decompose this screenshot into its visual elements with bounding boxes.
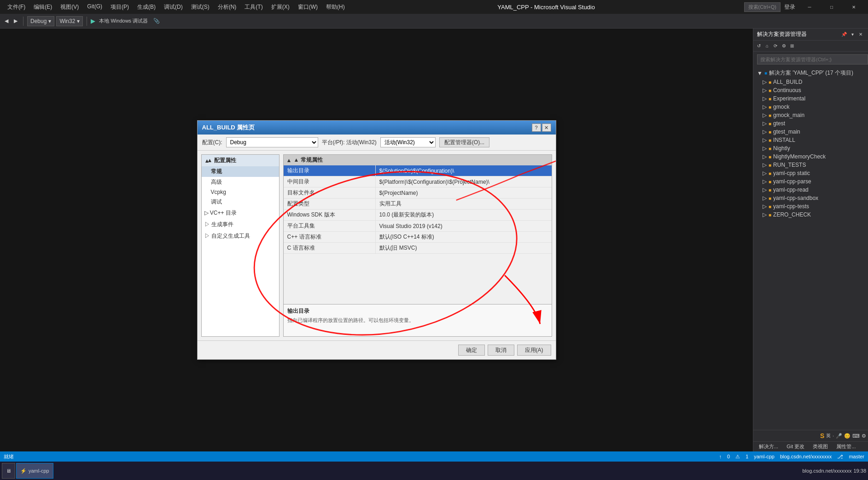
project-yaml-cpp-tests[interactable]: ▷ ■ yaml-cpp-tests [753,202,868,211]
run-button[interactable]: 本地 Windows 调试器 [97,17,150,25]
ime-settings-icon[interactable]: ⚙ [862,433,866,439]
prop-row-platform-toolset[interactable]: 平台工具集 Visual Studio 2019 (v142) [284,221,552,232]
panel-menu-icon[interactable]: ▾ [849,31,856,38]
solution-arrow: ▼ [757,70,763,76]
login-button[interactable]: 登录 [784,3,795,11]
project-gtest[interactable]: ▷ ■ gtest [753,119,868,128]
project-run-tests[interactable]: ▷ ■ RUN_TESTS [753,161,868,169]
tree-item-general[interactable]: 常规 [202,166,279,177]
config-props-label: ▲ 配置属性 [207,157,236,164]
menu-tools[interactable]: 工具(T) [241,2,266,12]
prop-row-target-name[interactable]: 目标文件名 $(ProjectName) [284,187,552,199]
project-zero-check[interactable]: ▷ ■ ZERO_CHECK [753,211,868,219]
dialog-title-buttons: ? ✕ [532,123,551,132]
tree-item-vc-dirs[interactable]: ▷ VC++ 目录 [202,207,279,219]
config-select[interactable]: Debug Release [226,137,318,147]
taskbar-vs-icon: ⚡ [20,468,27,474]
project-gmock-main[interactable]: ▷ ■ gmock_main [753,111,868,119]
app-title: YAML_CPP - Microsoft Visual Studio [497,4,595,11]
tree-item-vcpkg[interactable]: Vcpkg [202,187,279,197]
home-icon[interactable]: ⌂ [763,42,771,50]
menu-view[interactable]: 视图(V) [57,2,82,12]
props-section-label: ▲ 常规属性 [293,156,322,164]
project-yaml-cpp-parse[interactable]: ▷ ■ yaml-cpp-parse [753,177,868,186]
cancel-button[interactable]: 取消 [488,345,514,356]
project-nightly[interactable]: ▷ ■ Nightly [753,144,868,152]
project-icon-8: ■ [769,138,771,143]
panel-close-icon[interactable]: ✕ [857,31,864,38]
bottom-tab-solution[interactable]: 解决方... [755,442,782,451]
project-continuous[interactable]: ▷ ■ Continuous [753,86,868,94]
ime-keyboard-icon[interactable]: ⌨ [852,433,860,439]
menu-debug[interactable]: 调试(D) [160,2,186,12]
bottom-tab-git[interactable]: Git 更改 [783,442,808,451]
prop-name-config-type: 配置类型 [284,199,376,209]
ok-button[interactable]: 确定 [458,345,485,356]
prop-row-cpp-standard[interactable]: C++ 语言标准 默认(ISO C++14 标准) [284,232,552,243]
menu-project[interactable]: 项目(P) [107,2,133,12]
close-button[interactable]: ✕ [843,0,864,14]
settings-icon[interactable]: ⚙ [780,42,787,50]
dialog-close-button[interactable]: ✕ [542,123,551,132]
platform-dropdown[interactable]: Win32 ▾ [56,16,83,26]
menu-file[interactable]: 文件(F) [4,2,29,12]
ime-emoji-icon[interactable]: 😊 [844,433,851,439]
project-yaml-cpp-read[interactable]: ▷ ■ yaml-cpp-read [753,186,868,194]
forward-button[interactable]: ▶ [12,17,19,25]
toolbar: ◀ ▶ Debug ▾ Win32 ▾ ▶ 本地 Windows 调试器 📎 [0,14,868,29]
project-yaml-cpp-static[interactable]: ▷ ■ yaml-cpp static [753,169,868,177]
title-bar-right: 搜索(Ctrl+Q) 登录 ─ □ ✕ [744,0,864,14]
apply-button[interactable]: 应用(A) [517,345,551,356]
refresh-icon[interactable]: ⟳ [772,42,779,50]
prop-row-config-type[interactable]: 配置类型 实用工具 [284,199,552,210]
solution-root-item[interactable]: ▼ ■ 解决方案 'YAML_CPP' (17 个项目) [753,68,868,78]
tree-item-debug[interactable]: 调试 [202,197,279,207]
project-arrow-7: ▷ [763,129,767,135]
solution-tree: ▼ ■ 解决方案 'YAML_CPP' (17 个项目) ▷ ■ ALL_BUI… [753,67,868,430]
prop-row-intermediate-dir[interactable]: 中间目录 $(Platform)\$(Configuration)\$(Proj… [284,176,552,187]
ime-icon[interactable]: S [820,432,824,439]
maximize-button[interactable]: □ [821,0,842,14]
bottom-tab-class[interactable]: 类视图 [809,442,832,451]
project-nightly-mem[interactable]: ▷ ■ NightlyMemoryCheck [753,152,868,161]
tree-item-custom-build[interactable]: ▷ 自定义生成工具 [202,230,279,242]
menu-extensions[interactable]: 扩展(X) [268,2,293,12]
attach-button[interactable]: 📎 [151,17,162,25]
prop-row-c-standard[interactable]: C 语言标准 默认(旧 MSVC) [284,243,552,254]
project-all-build[interactable]: ▷ ■ ALL_BUILD [753,78,868,86]
config-manager-button[interactable]: 配置管理器(O)... [439,137,489,147]
taskbar-item-1[interactable]: 🖥 [2,463,15,479]
prop-row-sdk-version[interactable]: Windows SDK 版本 10.0 (最新安装的版本) [284,210,552,221]
menu-analyze[interactable]: 分析(N) [214,2,240,12]
dialog-help-button[interactable]: ? [532,123,541,132]
search-box-title[interactable]: 搜索(Ctrl+Q) [744,2,781,12]
ime-mic-icon[interactable]: 🎤 [836,433,842,439]
project-arrow-13: ▷ [763,178,767,185]
platform-select[interactable]: 活动(Win32) [380,137,436,147]
prop-value-cpp-standard: 默认(ISO C++14 标准) [376,232,552,242]
menu-window[interactable]: 窗口(W) [294,2,321,12]
project-yaml-cpp-sandbox[interactable]: ▷ ■ yaml-cpp-sandbox [753,194,868,202]
bottom-tab-props[interactable]: 属性管... [833,442,859,451]
menu-edit[interactable]: 编辑(E) [30,2,56,12]
project-install[interactable]: ▷ ■ INSTALL [753,136,868,144]
solution-search-input[interactable] [757,54,868,64]
sync-icon[interactable]: ↺ [755,42,763,50]
menu-help[interactable]: 帮助(H) [322,2,349,12]
menu-test[interactable]: 测试(S) [187,2,213,12]
prop-row-output-dir[interactable]: 输出目录 $(SolutionDir)$(Configuration)\ [284,165,552,176]
project-experimental[interactable]: ▷ ■ Experimental [753,94,868,103]
tree-item-advanced[interactable]: 高级 [202,177,279,187]
project-gtest-main[interactable]: ▷ ■ gtest_main [753,128,868,136]
menu-build[interactable]: 生成(B) [134,2,159,12]
back-button[interactable]: ◀ [3,17,10,25]
tree-item-build-events[interactable]: ▷ 生成事件 [202,219,279,230]
project-gmock[interactable]: ▷ ■ gmock [753,103,868,111]
filter-icon[interactable]: ⊞ [788,42,796,50]
pin-icon[interactable]: 📌 [840,31,848,38]
minimize-button[interactable]: ─ [799,0,820,14]
menu-git[interactable]: Git(G) [83,2,106,12]
config-dropdown[interactable]: Debug ▾ [27,16,54,26]
config-props-section[interactable]: ▲ ▲ 配置属性 [202,155,279,166]
taskbar-vs-item[interactable]: ⚡ yaml-cpp [16,463,53,479]
